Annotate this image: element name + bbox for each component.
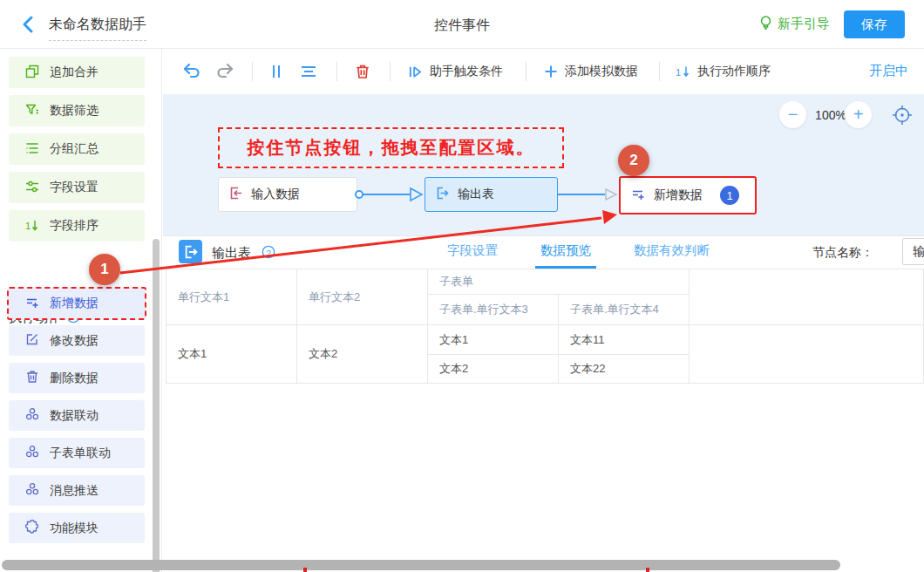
node-label: 新增数据 [654,187,703,203]
trigger-condition-icon[interactable] [408,65,423,79]
top-bar: 未命名数据助手 控件事件 新手引导 保存 [0,0,924,49]
beginner-guide-label: 新手引导 [778,16,830,32]
table-cell: 文本22 [559,355,690,384]
node-order-badge: 1 [720,186,739,205]
column-subheader: 子表单.单行文本4 [559,295,690,325]
horizontal-scrollbar[interactable] [2,560,840,570]
svg-text:?: ? [267,248,271,257]
flow-node-add-data[interactable]: 新增数据 1 [619,176,757,214]
sidebar-item-subform-linkage[interactable]: 子表单联动 [9,438,145,468]
add-data-icon [631,187,645,204]
input-data-icon [229,187,242,202]
sidebar-item-label: 分组汇总 [50,141,99,157]
drag-hint-tooltip: 按住节点按钮，拖拽至配置区域。 [218,127,564,168]
add-data-icon [25,296,39,312]
flow-node-input-data[interactable]: 输入数据 [218,177,357,212]
sidebar-item-data-filter[interactable]: 数据筛选 [9,95,145,126]
column-group-header: 子表单 [428,269,690,295]
output-table-panel-icon [179,240,202,263]
sidebar-item-field-settings[interactable]: 字段设置 [9,172,145,203]
flow-node-output-table[interactable]: 输出表 [425,177,558,212]
node-name-input[interactable] [902,238,924,265]
table-cell: 文本2 [297,325,428,384]
column-header-empty [690,269,924,325]
column-header: 单行文本1 [166,269,297,325]
sidebar-item-label: 字段设置 [50,180,99,195]
connector-dot[interactable] [355,190,363,199]
panel-help-icon[interactable]: ? [262,245,275,262]
sidebar-item-label: 数据联动 [50,408,99,424]
sidebar-item-label: 新增数据 [50,296,99,311]
toolbar-divider [252,62,253,81]
undo-icon[interactable] [182,63,201,80]
sidebar-item-add-data[interactable]: 新增数据 [7,287,146,320]
save-button[interactable]: 保存 [844,10,905,38]
zoom-out-button[interactable]: − [779,101,806,128]
edit-icon [25,332,39,349]
tab-data-validation[interactable]: 数据有效判断 [628,235,715,269]
sidebar-item-label: 修改数据 [50,333,99,349]
column-subheader: 子表单.单行文本3 [428,295,559,325]
sidebar-item-message-push[interactable]: 消息推送 [9,475,145,506]
node-label: 输入数据 [251,187,300,202]
sidebar-item-field-sort[interactable]: 1 字段排序 [9,210,145,242]
zoom-in-button[interactable]: + [845,101,872,128]
sidebar-item-label: 消息推送 [50,483,99,499]
sidebar-item-append-merge[interactable]: 追加合并 [9,57,145,88]
group-summary-icon [25,141,39,158]
minus-icon: − [788,105,798,125]
fit-view-icon[interactable] [891,104,914,130]
sidebar-item-data-linkage[interactable]: 数据联动 [9,400,145,431]
sidebar-item-label: 子表单联动 [50,446,111,461]
node-label: 输出表 [458,187,494,202]
sidebar-item-function-module[interactable]: 功能模块 [9,513,145,543]
table-cell: 文本2 [428,355,559,384]
align-horizontal-icon[interactable] [268,64,284,79]
table-row: 文本1 文本2 文本1 文本11 [166,325,924,355]
toolbar-divider [390,62,391,81]
sidebar-item-modify-data[interactable]: 修改数据 [9,325,145,356]
align-vertical-icon[interactable] [300,64,317,79]
add-mock-data-icon[interactable] [544,65,558,78]
annotation-mark [646,568,649,572]
module-icon [25,520,39,536]
svg-text:1: 1 [25,220,31,230]
sort-icon: 1 [25,218,39,235]
canvas-toolbar: 助手触发条件 添加模拟数据 1 执行动作顺序 开启中 [163,49,924,94]
output-table-icon [436,187,449,202]
linkage-icon [25,407,39,424]
app-window: 未命名数据助手 控件事件 新手引导 保存 追加合并 数据筛选 分组汇总 字段设置 [0,0,924,572]
sidebar-item-delete-data[interactable]: 删除数据 [9,363,145,393]
node-sidebar: 追加合并 数据筛选 分组汇总 字段设置 1 字段排序 执行动作 ? 新增数据 [0,49,162,572]
action-order-label[interactable]: 执行动作顺序 [697,64,771,79]
toolbar-divider [336,62,337,81]
zoom-level: 100% [813,108,848,122]
filter-icon [25,103,39,119]
delete-node-icon[interactable] [355,64,370,79]
annotation-mark [303,568,307,572]
sidebar-item-group-summary[interactable]: 分组汇总 [9,133,145,165]
subform-linkage-icon [25,445,39,461]
sidebar-item-label: 追加合并 [50,65,99,80]
annotation-step-1: 1 [89,254,120,285]
tab-data-preview[interactable]: 数据预览 [535,235,596,269]
sidebar-item-label: 字段排序 [50,218,99,234]
tab-field-settings[interactable]: 字段设置 [442,235,503,269]
status-toggle[interactable]: 开启中 [869,63,908,79]
add-mock-data-label[interactable]: 添加模拟数据 [565,64,638,79]
data-preview-table: 单行文本1 单行文本2 子表单 子表单.单行文本3 子表单.单行文本4 文本1 … [166,269,924,384]
sidebar-scrollbar[interactable] [153,239,160,572]
sidebar-item-label: 功能模块 [50,521,99,536]
trigger-condition-label[interactable]: 助手触发条件 [430,64,503,79]
action-order-icon[interactable]: 1 [676,65,690,78]
redo-icon[interactable] [215,63,234,80]
toolbar-divider [526,62,527,81]
node-name-label: 节点名称： [812,245,873,261]
table-cell-empty [690,325,924,384]
beginner-guide-link[interactable]: 新手引导 [758,15,830,33]
sidebar-item-label: 删除数据 [50,371,99,386]
message-push-icon [25,482,39,499]
column-header: 单行文本2 [297,269,428,325]
svg-text:1: 1 [676,67,681,78]
merge-icon [25,65,39,81]
